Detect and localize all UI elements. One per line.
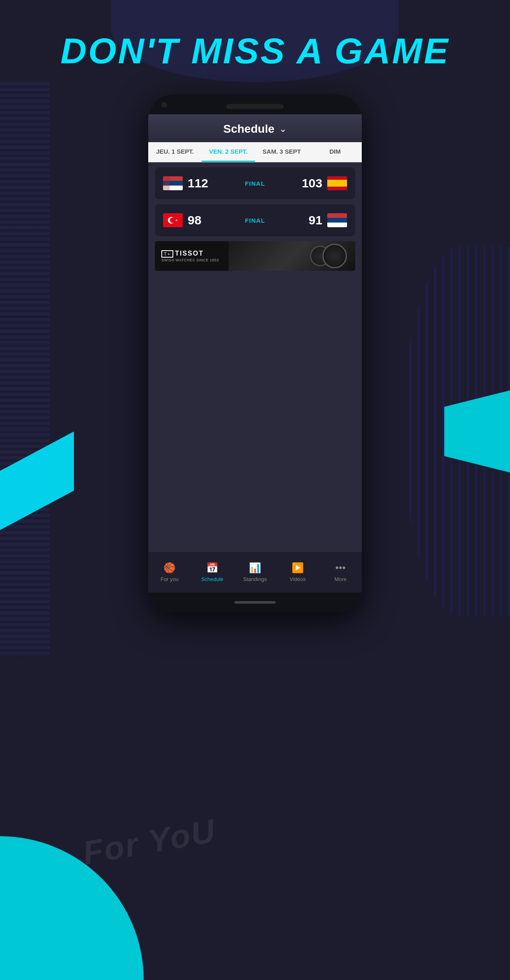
app-screen: Schedule ⌄ JEU. 1 SEPT. VEN. 2 SEPT. SAM… [148, 114, 362, 593]
tissot-watch-image [229, 241, 355, 271]
watch-image-2 [322, 244, 347, 268]
team1-section: 112 [163, 176, 208, 190]
phone-frame: Schedule ⌄ JEU. 1 SEPT. VEN. 2 SEPT. SAM… [148, 95, 362, 612]
tissot-ad-banner[interactable]: T+TISSOT SWISS WATCHES SINCE 1853 [155, 241, 355, 271]
serbia-flag-2-icon [327, 213, 347, 227]
basketball-icon: 🏀 [163, 562, 176, 574]
svg-rect-3 [163, 176, 170, 190]
svg-rect-13 [327, 223, 347, 227]
turkey-flag-icon [163, 213, 183, 227]
team2-score: 103 [302, 176, 322, 190]
nav-item-standings[interactable]: 📊 Standings [234, 562, 276, 582]
match-card-1[interactable]: 112 FINAL 103 [155, 167, 355, 199]
more-icon: ••• [335, 562, 345, 574]
tab-date-4[interactable]: DIM [308, 142, 362, 162]
match2-status: FINAL [245, 217, 265, 224]
nav-item-more[interactable]: ••• More [319, 562, 362, 582]
chevron-down-icon: ⌄ [279, 124, 287, 134]
nav-item-videos[interactable]: ▶️ Vidéos [276, 562, 319, 582]
schedule-title: Schedule [223, 122, 274, 136]
nav-label-standings: Standings [243, 576, 267, 582]
spain-flag-icon [327, 176, 347, 190]
tab-date-1[interactable]: JEU. 1 SEPT. [148, 142, 202, 162]
nav-item-schedule[interactable]: 📅 Schedule [191, 562, 234, 582]
serbia-flag-icon [163, 176, 183, 190]
phone-camera [161, 102, 167, 108]
nav-label-more: More [334, 576, 347, 582]
phone-bottom-bar [148, 593, 362, 612]
team2-section: 103 [302, 176, 347, 190]
bg-left-stripe [0, 82, 49, 657]
phone-top-bar [148, 95, 362, 114]
phone-home-indicator [234, 601, 276, 604]
tab-date-2[interactable]: VEN. 2 SEPT. [202, 142, 255, 162]
nav-label-schedule: Schedule [201, 576, 223, 582]
tissot-brand-name: T+TISSOT [161, 250, 204, 257]
team4-section: 91 [309, 213, 347, 227]
match-list: 112 FINAL 103 [148, 162, 362, 551]
svg-point-9 [170, 218, 175, 223]
page-headline: DON'T MISS A GAME [33, 33, 477, 69]
phone-speaker [226, 104, 284, 109]
nav-item-for-you[interactable]: 🏀 For you [148, 562, 191, 582]
match-card-2[interactable]: 98 FINAL 91 [155, 204, 355, 236]
team4-score: 91 [309, 213, 322, 227]
bottom-navigation: 🏀 For you 📅 Schedule 📊 Standings ▶️ Vidé… [148, 551, 362, 593]
phone-device: Schedule ⌄ JEU. 1 SEPT. VEN. 2 SEPT. SAM… [148, 95, 362, 612]
svg-rect-6 [327, 187, 347, 191]
nav-label-videos: Vidéos [289, 576, 306, 582]
svg-rect-12 [327, 218, 347, 222]
team3-section: 98 [163, 213, 201, 227]
schedule-header[interactable]: Schedule ⌄ [148, 114, 362, 142]
svg-rect-5 [327, 180, 347, 187]
match1-status: FINAL [245, 180, 265, 187]
team1-score: 112 [188, 176, 208, 190]
tissot-logo-section: T+TISSOT SWISS WATCHES SINCE 1853 [155, 241, 229, 271]
svg-rect-11 [327, 213, 347, 218]
nav-label-for-you: For you [161, 576, 179, 582]
play-circle-icon: ▶️ [292, 562, 304, 574]
tab-date-3[interactable]: SAM. 3 SEPT [255, 142, 308, 162]
bar-chart-icon: 📊 [249, 562, 261, 574]
date-tabs-bar: JEU. 1 SEPT. VEN. 2 SEPT. SAM. 3 SEPT DI… [148, 142, 362, 162]
svg-rect-4 [327, 176, 347, 180]
calendar-icon: 📅 [206, 562, 218, 574]
team3-score: 98 [188, 213, 201, 227]
tissot-tagline: SWISS WATCHES SINCE 1853 [161, 258, 219, 262]
